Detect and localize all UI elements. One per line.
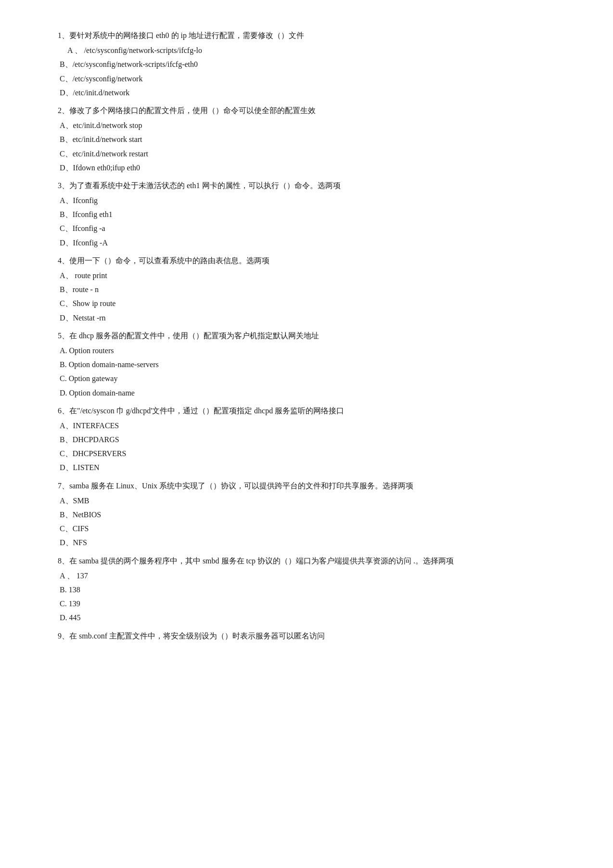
question-q9: 9、在 smb.conf 主配置文件中，将安全级别设为（）时表示服务器可以匿名访… — [58, 629, 555, 642]
question-text-q8: 8、在 samba 提供的两个服务程序中，其中 smbd 服务在 tcp 协议的… — [58, 554, 555, 567]
question-q3: 3、为了查看系统中处于未激活状态的 eth1 网卡的属性，可以执行（）命令。选两… — [58, 179, 555, 249]
option-q4-2: C、Show ip route — [58, 297, 555, 310]
question-q7: 7、samba 服务在 Linux、Unix 系统中实现了（）协议，可以提供跨平… — [58, 479, 555, 549]
question-text-q9: 9、在 smb.conf 主配置文件中，将安全级别设为（）时表示服务器可以匿名访… — [58, 629, 555, 642]
option-q6-0: A、INTERFACES — [58, 419, 555, 432]
question-text-q3: 3、为了查看系统中处于未激活状态的 eth1 网卡的属性，可以执行（）命令。选两… — [58, 179, 555, 192]
option-q8-2: C. 139 — [58, 597, 555, 610]
option-q2-1: B、etc/init.d/network start — [58, 133, 555, 146]
option-q8-3: D. 445 — [58, 611, 555, 624]
option-q3-2: C、Ifconfig -a — [58, 222, 555, 235]
option-q3-1: B、Ifconfig eth1 — [58, 208, 555, 221]
option-q6-2: C、DHCPSERVERS — [58, 447, 555, 460]
question-q4: 4、使用一下（）命令，可以查看系统中的路由表信息。选两项A、 route pri… — [58, 254, 555, 324]
option-q4-0: A、 route print — [58, 269, 555, 282]
option-q8-1: B. 138 — [58, 583, 555, 596]
option-q5-0: A. Option routers — [58, 344, 555, 357]
option-q7-1: B、NetBIOS — [58, 508, 555, 521]
option-q5-3: D. Option domain-name — [58, 386, 555, 399]
option-q5-2: C. Option gateway — [58, 372, 555, 385]
option-q6-3: D、LISTEN — [58, 461, 555, 474]
option-q7-3: D、NFS — [58, 536, 555, 549]
option-q6-1: B、DHCPDARGS — [58, 433, 555, 446]
option-q1-1: B、/etc/sysconfig/network-scripts/ifcfg-e… — [58, 58, 555, 71]
question-text-q2: 2、修改了多个网络接口的配置文件后，使用（）命令可以使全部的配置生效 — [58, 104, 555, 117]
option-q7-2: C、CIFS — [58, 522, 555, 535]
question-q1: 1、要针对系统中的网络接口 eth0 的 ip 地址进行配置，需要修改（）文件A… — [58, 29, 555, 99]
option-q1-3: D、/etc/init.d/network — [58, 86, 555, 99]
question-q5: 5、在 dhcp 服务器的配置文件中，使用（）配置项为客户机指定默认网关地址A.… — [58, 329, 555, 399]
question-q2: 2、修改了多个网络接口的配置文件后，使用（）命令可以使全部的配置生效A、etc/… — [58, 104, 555, 174]
option-q4-3: D、Netstat -rn — [58, 311, 555, 324]
option-q3-0: A、Ifconfig — [58, 194, 555, 207]
option-q1-2: C、/etc/sysconfig/network — [58, 72, 555, 85]
question-text-q6: 6、在"/etc/syscon 巾 g/dhcpd'文件中，通过（）配置项指定 … — [58, 404, 555, 417]
option-q4-1: B、route - n — [58, 283, 555, 296]
question-text-q1: 1、要针对系统中的网络接口 eth0 的 ip 地址进行配置，需要修改（）文件 — [58, 29, 555, 42]
question-text-q5: 5、在 dhcp 服务器的配置文件中，使用（）配置项为客户机指定默认网关地址 — [58, 329, 555, 342]
option-q3-3: D、Ifconfig -A — [58, 236, 555, 249]
main-content: 1、要针对系统中的网络接口 eth0 的 ip 地址进行配置，需要修改（）文件A… — [58, 29, 555, 642]
question-q8: 8、在 samba 提供的两个服务程序中，其中 smbd 服务在 tcp 协议的… — [58, 554, 555, 625]
question-text-q4: 4、使用一下（）命令，可以查看系统中的路由表信息。选两项 — [58, 254, 555, 267]
option-q2-2: C、etc/init.d/network restart — [58, 147, 555, 160]
option-q1-0: A 、 /etc/sysconfig/network-scripts/ifcfg… — [58, 44, 555, 57]
option-q2-3: D、Ifdown eth0;ifup eth0 — [58, 161, 555, 174]
option-q8-0: A 、 137 — [58, 569, 555, 582]
option-q7-0: A、SMB — [58, 494, 555, 507]
option-q5-1: B. Option domain-name-servers — [58, 358, 555, 371]
question-text-q7: 7、samba 服务在 Linux、Unix 系统中实现了（）协议，可以提供跨平… — [58, 479, 555, 492]
question-q6: 6、在"/etc/syscon 巾 g/dhcpd'文件中，通过（）配置项指定 … — [58, 404, 555, 474]
option-q2-0: A、etc/init.d/network stop — [58, 119, 555, 132]
